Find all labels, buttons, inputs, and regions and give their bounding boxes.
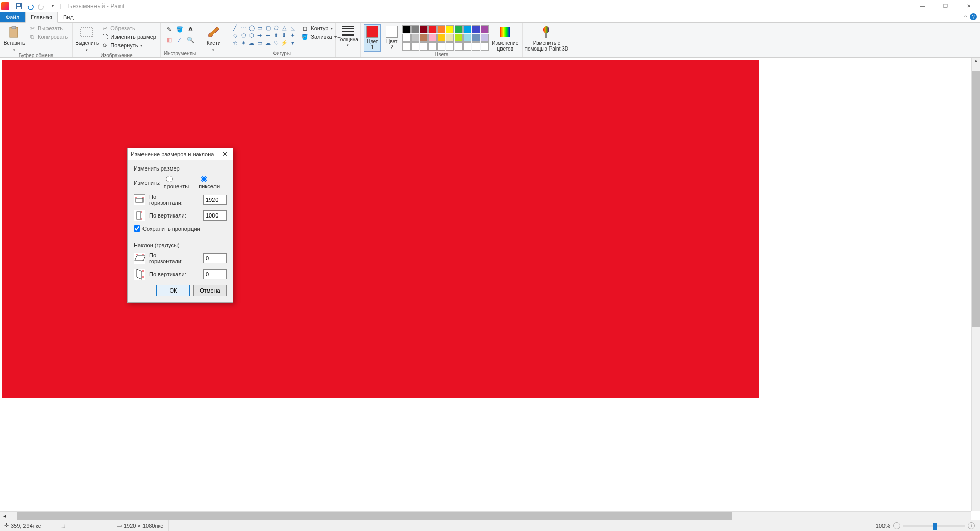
swatch[interactable] [446, 25, 454, 33]
rotate-button[interactable]: ⟳Повернуть [100, 41, 157, 50]
collapse-ribbon-icon[interactable]: ^ [964, 14, 967, 20]
swatch[interactable] [472, 34, 480, 42]
shape-oval[interactable]: ◯ [248, 24, 255, 31]
shape-right-triangle[interactable]: ◺ [289, 24, 296, 31]
minimize-button[interactable]: — [911, 0, 934, 12]
ok-button[interactable]: ОК [156, 285, 190, 296]
swatch[interactable] [481, 42, 489, 51]
save-button[interactable] [14, 1, 24, 11]
swatch[interactable] [446, 42, 454, 51]
swatch[interactable] [437, 34, 445, 42]
picker-tool[interactable]: ⁄ [175, 35, 185, 45]
swatch[interactable] [455, 42, 463, 51]
magnifier-tool[interactable]: 🔍 [185, 35, 196, 45]
skew-vertical-input[interactable] [203, 269, 227, 279]
color-palette[interactable] [402, 24, 489, 51]
shape-4star[interactable]: ✦ [289, 32, 296, 39]
maximize-button[interactable]: ❐ [934, 0, 957, 12]
swatch[interactable] [463, 42, 471, 51]
swatch[interactable] [402, 25, 411, 33]
shape-arrow-l[interactable]: ⬅ [264, 32, 272, 39]
eraser-tool[interactable]: ◧ [164, 35, 174, 45]
vertical-input[interactable] [203, 210, 227, 221]
shape-lightning[interactable]: ⚡ [280, 39, 288, 46]
radio-percent[interactable]: проценты [164, 176, 196, 189]
text-tool[interactable]: A [185, 24, 196, 34]
close-window-button[interactable]: ✕ [957, 0, 980, 12]
shape-callout-round[interactable]: ☁ [248, 39, 255, 46]
swatch[interactable] [428, 42, 437, 51]
shape-callout-rect[interactable]: ▭ [256, 39, 264, 46]
swatch[interactable] [463, 34, 471, 42]
dialog-close-button[interactable]: ✕ [220, 150, 230, 158]
zoom-out-button[interactable]: − [893, 522, 900, 529]
dialog-titlebar[interactable]: Изменение размеров и наклона ✕ [128, 148, 233, 160]
shape-rect[interactable]: ▭ [256, 24, 264, 31]
qat-dropdown[interactable]: ▾ [47, 1, 58, 11]
cancel-button[interactable]: Отмена [193, 285, 227, 296]
shape-hexagon[interactable]: ⬡ [248, 32, 255, 39]
swatch[interactable] [420, 25, 428, 33]
swatch[interactable] [455, 25, 463, 33]
swatch[interactable] [455, 34, 463, 42]
swatch[interactable] [428, 34, 437, 42]
shape-heart[interactable]: ♡ [272, 39, 280, 46]
fill-tool[interactable]: 🪣 [175, 24, 185, 34]
fill-button[interactable]: 🪣Заливка [300, 33, 337, 41]
radio-pixels[interactable]: пиксели [199, 176, 227, 189]
horizontal-input[interactable] [203, 195, 227, 205]
swatch[interactable] [420, 34, 428, 42]
edit-colors-button[interactable]: Изменение цветов [491, 24, 519, 52]
undo-button[interactable] [25, 1, 35, 11]
tab-view[interactable]: Вид [58, 12, 79, 22]
brushes-button[interactable]: Кисти ▾ [202, 24, 225, 53]
swatch[interactable] [446, 34, 454, 42]
outline-button[interactable]: ◻Контур [300, 24, 337, 32]
shapes-more[interactable]: ▾ [289, 39, 296, 46]
shapes-gallery[interactable]: ╱ 〰 ◯ ▭ ▢ ⬠ △ ◺ ◇ ⬠ ⬡ ➡ ⬅ ⬆ ⬇ ✦ ☆ ✶ ☁ ▭ [231, 24, 296, 46]
zoom-in-button[interactable]: + [968, 522, 975, 529]
pencil-tool[interactable]: ✎ [164, 24, 174, 34]
swatch[interactable] [437, 25, 445, 33]
shape-arrow-d[interactable]: ⬇ [280, 32, 288, 39]
paste-button[interactable]: Вставить ▾ [3, 24, 26, 53]
shape-pentagon[interactable]: ⬠ [240, 32, 247, 39]
shape-triangle[interactable]: △ [280, 24, 288, 31]
crop-button[interactable]: ✂Обрезать [100, 24, 157, 32]
swatch[interactable] [420, 42, 428, 51]
shape-5star[interactable]: ☆ [231, 39, 239, 46]
select-button[interactable]: Выделить ▾ [76, 24, 98, 53]
keep-aspect-checkbox[interactable]: Сохранить пропорции [134, 225, 227, 232]
swatch[interactable] [411, 34, 419, 42]
size-button[interactable]: Толщина ▾ [339, 24, 357, 47]
swatch[interactable] [472, 42, 480, 51]
swatch[interactable] [472, 25, 480, 33]
swatch[interactable] [402, 34, 411, 42]
swatch[interactable] [481, 34, 489, 42]
swatch[interactable] [402, 42, 411, 51]
zoom-slider[interactable] [903, 525, 965, 527]
cut-button[interactable]: ✂Вырезать [28, 24, 69, 32]
canvas[interactable] [2, 60, 759, 398]
redo-button[interactable] [36, 1, 46, 11]
shape-curve[interactable]: 〰 [240, 24, 247, 31]
swatch[interactable] [481, 25, 489, 33]
color1-button[interactable]: Цвет 1 [364, 24, 381, 52]
vertical-scrollbar[interactable]: ▴ [971, 58, 980, 511]
copy-button[interactable]: ⧉Копировать [28, 33, 69, 41]
swatch[interactable] [411, 25, 419, 33]
shape-line[interactable]: ╱ [231, 24, 239, 31]
shape-callout-cloud[interactable]: ☁ [264, 39, 272, 46]
shape-polygon[interactable]: ⬠ [272, 24, 280, 31]
swatch[interactable] [428, 25, 437, 33]
shape-arrow-r[interactable]: ➡ [256, 32, 264, 39]
shape-arrow-u[interactable]: ⬆ [272, 32, 280, 39]
paint3d-button[interactable]: Изменить с помощью Paint 3D [526, 24, 567, 52]
shape-diamond[interactable]: ◇ [231, 32, 239, 39]
horizontal-scrollbar[interactable]: ◂ [0, 511, 971, 520]
shape-roundrect[interactable]: ▢ [264, 24, 272, 31]
tab-home[interactable]: Главная [25, 12, 58, 23]
shape-6star[interactable]: ✶ [240, 39, 247, 46]
color2-button[interactable]: Цвет 2 [383, 24, 400, 52]
skew-horizontal-input[interactable] [203, 253, 227, 263]
